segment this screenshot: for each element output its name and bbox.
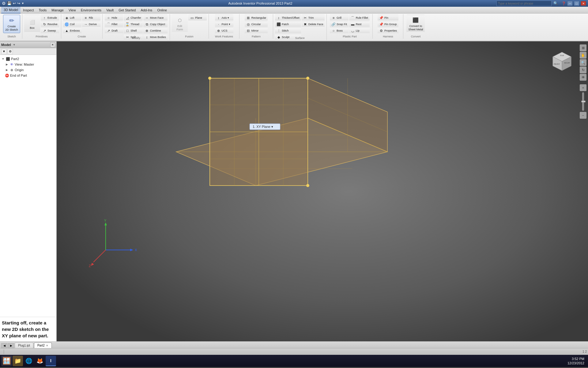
thread-button[interactable]: ⌛ Thread [124,21,143,27]
move-face-icon: ↔ [145,16,149,20]
point-button[interactable]: · Point ▾ [215,21,233,27]
menu-get-started[interactable]: Get Started [116,7,138,13]
coil-button[interactable]: 🌀 Coil [63,21,81,27]
tree-item-view-master[interactable]: ▶ 👁 View: Master [0,62,56,67]
derive-button[interactable]: → Derive [82,21,100,27]
move-face-button[interactable]: ↔ Move Face [143,15,168,21]
viewport[interactable]: 1. XY Plane ▾ X Y Z TOP RIGHT FRONT [57,41,588,341]
tree-filter-button[interactable]: ▼ [1,49,7,54]
menu-manage[interactable]: Manage [49,7,66,13]
work-column: ↕ Axis ▾ · Point ▾ ⊕ UCS [215,15,233,34]
plane-button[interactable]: ▭ Plane [188,15,207,21]
tree-item-part2[interactable]: ▼ ⬛ Part2 [0,56,56,62]
menu-vault[interactable]: Vault [104,7,116,13]
orbit-button[interactable]: ↻ [580,67,586,73]
look-at-button[interactable]: 👁 [580,74,586,81]
create-2d-sketch-button[interactable]: ✏ Create2D Sketch [3,15,20,33]
quick-access-save[interactable]: 💾 [7,1,12,6]
menu-online[interactable]: Online [155,7,169,13]
rule-fillet-button[interactable]: ⌒ Rule Fillet [349,15,370,21]
rest-button[interactable]: ▬ Rest [349,21,370,27]
tree-item-origin[interactable]: ▶ ⊕ Origin [0,67,56,73]
menu-3d-model[interactable]: 3D Model [1,7,21,13]
properties-button[interactable]: ⚙ Properties [378,28,398,34]
lip-button[interactable]: ◡ Lip [349,28,370,34]
edit-form-button[interactable]: ⬡ EditForm [172,15,188,33]
help-icon[interactable]: ❓ [562,2,566,6]
delete-face-button[interactable]: ✖ Delete Face [302,21,325,27]
zoom-slider[interactable] [582,92,584,111]
menu-add-ins[interactable]: Add-Ins [138,7,155,13]
expand-part2-icon[interactable]: ▼ [1,57,5,61]
taskbar-file-explorer[interactable]: 📁 [13,356,23,366]
tree-options-button[interactable]: ⚙ [7,49,13,54]
zoom-in-button[interactable]: + [580,84,586,91]
extrude-label: Extrude [47,16,57,19]
revolve-icon: ↻ [42,22,47,26]
thicken-offset-button[interactable]: ↕ Thicken/Offset [275,15,301,21]
axis-button[interactable]: ↕ Axis ▾ [215,15,233,21]
sweep-button[interactable]: ↗ Sweep [41,28,59,34]
chamfer-button[interactable]: ◿ Chamfer [124,15,143,21]
hole-button[interactable]: ○ Hole [105,15,123,21]
trim-button[interactable]: ✂ Trim [302,15,325,21]
loft-button[interactable]: ◈ Loft [63,15,81,21]
shell-button[interactable]: □ Shell [124,28,143,34]
quick-access-dropdown[interactable]: ▼ [21,2,24,5]
taskbar-inventor[interactable]: I [46,356,56,366]
box-button[interactable]: ⬜ Box [24,15,40,33]
snap-fit-button[interactable]: 🔗 Snap Fit [330,21,349,27]
ucs-button[interactable]: ⊕ UCS [215,28,233,34]
convert-sheet-metal-button[interactable]: ⬛ Convert toSheet Metal [406,15,425,33]
copy-object-button[interactable]: ⧉ Copy Object [143,21,168,27]
taskbar-chrome[interactable]: 🌐 [24,356,34,366]
taskbar-firefox[interactable]: 🦊 [35,356,45,366]
tab-part2[interactable]: Part2 ✕ [34,343,52,348]
zoom-out-button[interactable]: − [580,112,586,119]
menu-environments[interactable]: Environments [78,7,104,13]
maximize-button[interactable]: □ [574,1,579,6]
menu-inspect[interactable]: Inspect [21,7,36,13]
view-cube[interactable]: TOP RIGHT FRONT [551,51,573,72]
quick-access-undo[interactable]: ↩ [13,1,16,6]
mirror-button[interactable]: ⊟ Mirror [245,28,268,34]
patch-button[interactable]: ⬛ Patch [275,21,301,27]
circular-button[interactable]: ◎ Circular [245,21,268,27]
quick-access-redo[interactable]: ↪ [17,1,20,6]
patch-icon: ⬛ [277,22,281,26]
expand-origin-icon[interactable]: ▶ [5,68,9,72]
search-input[interactable] [496,1,552,6]
pin-group-button[interactable]: 📌 Pin Group [378,21,398,27]
zoom-extents-button[interactable]: ⊞ [580,44,586,51]
fillet-button[interactable]: ⌒ Fillet [105,21,123,27]
menu-tools[interactable]: Tools [36,7,49,13]
rectangular-button[interactable]: ⊞ Rectangular [245,15,268,21]
search-icon[interactable]: 🔍 [553,1,558,6]
stitch-button[interactable]: ⋮ Stitch [275,28,301,34]
pan-button[interactable]: ✋ [580,52,586,59]
revolve-button[interactable]: ↻ Revolve [41,21,59,27]
menu-view[interactable]: View [66,7,78,13]
tree-item-end-of-part[interactable]: ⛔ End of Part [0,73,56,78]
boss-button[interactable]: ○ Boss [330,28,349,34]
pin-button[interactable]: 📌 Pin [378,15,398,21]
close-button[interactable]: ✕ [581,1,586,6]
minimize-button[interactable]: ─ [567,1,573,6]
panel-close-button[interactable]: ✕ [50,42,55,47]
draft-button[interactable]: ↗ Draft [105,28,123,34]
rib-button[interactable]: ≡ Rib [82,15,100,21]
zoom-button[interactable]: 🔍 [580,59,586,66]
tab-scroll-left[interactable]: ◀ [1,343,7,348]
expand-view-icon[interactable]: ▶ [5,63,9,66]
combine-button[interactable]: ⊕ Combine [143,28,168,34]
zoom-slider-thumb[interactable] [581,101,586,102]
panel-dropdown-icon[interactable]: ▼ [13,43,16,46]
tab-part2-close[interactable]: ✕ [46,344,48,347]
extrude-button[interactable]: ↑ Extrude [41,15,59,21]
annotation-box: Starting off, create a new 2D sketch on … [0,317,56,341]
tab-scroll-right[interactable]: ▶ [8,343,14,348]
emboss-button[interactable]: ▲ Emboss [63,28,81,34]
tab-plug1[interactable]: Plug1.ipt [15,343,33,348]
grill-button[interactable]: ≡ Grill [330,15,349,21]
start-button[interactable]: 🪟 [1,356,12,366]
